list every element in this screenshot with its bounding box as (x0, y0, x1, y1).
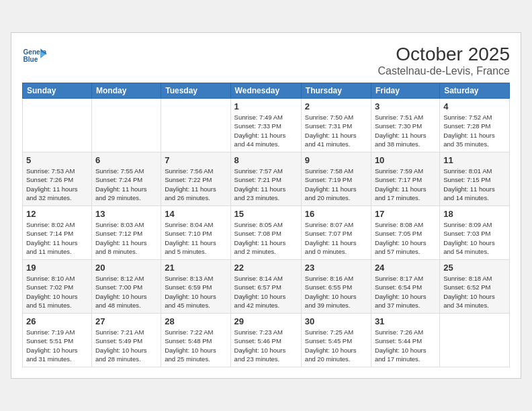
day-number: 30 (305, 316, 367, 326)
cell-info: Sunrise: 7:49 AM Sunset: 7:33 PM Dayligh… (234, 113, 298, 148)
calendar-cell: 21Sunrise: 8:13 AM Sunset: 6:59 PM Dayli… (161, 260, 230, 314)
day-number: 6 (95, 155, 157, 165)
calendar-cell: 27Sunrise: 7:21 AM Sunset: 5:49 PM Dayli… (92, 314, 161, 367)
calendar-cell: 8Sunrise: 7:57 AM Sunset: 7:21 PM Daylig… (230, 152, 301, 206)
day-number: 29 (234, 316, 298, 326)
day-number: 15 (234, 209, 298, 219)
calendar-cell (440, 314, 510, 367)
cell-info: Sunrise: 8:18 AM Sunset: 6:52 PM Dayligh… (443, 274, 506, 310)
calendar-cell: 14Sunrise: 8:04 AM Sunset: 7:10 PM Dayli… (161, 206, 230, 260)
cell-info: Sunrise: 8:17 AM Sunset: 6:54 PM Dayligh… (375, 274, 436, 310)
calendar-cell: 1Sunrise: 7:49 AM Sunset: 7:33 PM Daylig… (230, 99, 301, 152)
calendar-cell: 5Sunrise: 7:53 AM Sunset: 7:26 PM Daylig… (23, 152, 92, 206)
day-number: 3 (375, 101, 436, 111)
calendar-week-row: 19Sunrise: 8:10 AM Sunset: 7:02 PM Dayli… (23, 260, 510, 314)
calendar-cell (23, 99, 92, 152)
calendar-week-row: 12Sunrise: 8:02 AM Sunset: 7:14 PM Dayli… (23, 206, 510, 260)
logo: General Blue (22, 44, 46, 68)
day-number: 26 (26, 316, 88, 326)
calendar-cell (92, 99, 161, 152)
calendar-cell: 4Sunrise: 7:52 AM Sunset: 7:28 PM Daylig… (440, 99, 510, 152)
cell-info: Sunrise: 8:10 AM Sunset: 7:02 PM Dayligh… (26, 274, 88, 310)
cell-info: Sunrise: 7:22 AM Sunset: 5:48 PM Dayligh… (165, 328, 226, 363)
cell-info: Sunrise: 7:55 AM Sunset: 7:24 PM Dayligh… (95, 167, 157, 202)
weekday-header: Tuesday (161, 83, 230, 99)
calendar-cell: 23Sunrise: 8:16 AM Sunset: 6:55 PM Dayli… (301, 260, 371, 314)
cell-info: Sunrise: 8:02 AM Sunset: 7:14 PM Dayligh… (26, 220, 88, 256)
calendar-cell: 25Sunrise: 8:18 AM Sunset: 6:52 PM Dayli… (440, 260, 510, 314)
day-number: 21 (165, 263, 226, 273)
calendar-cell: 11Sunrise: 8:01 AM Sunset: 7:15 PM Dayli… (440, 152, 510, 206)
cell-info: Sunrise: 8:03 AM Sunset: 7:12 PM Dayligh… (95, 220, 157, 256)
cell-info: Sunrise: 7:56 AM Sunset: 7:22 PM Dayligh… (165, 167, 226, 202)
cell-info: Sunrise: 8:07 AM Sunset: 7:07 PM Dayligh… (305, 220, 367, 256)
day-number: 10 (375, 155, 436, 165)
day-number: 27 (95, 316, 157, 326)
day-number: 23 (305, 263, 367, 273)
month-title: October 2025 (378, 44, 510, 65)
calendar-cell: 18Sunrise: 8:09 AM Sunset: 7:03 PM Dayli… (440, 206, 510, 260)
day-number: 28 (165, 316, 226, 326)
calendar-cell: 26Sunrise: 7:19 AM Sunset: 5:51 PM Dayli… (23, 314, 92, 367)
day-number: 12 (26, 209, 88, 219)
day-number: 14 (165, 209, 226, 219)
cell-info: Sunrise: 8:09 AM Sunset: 7:03 PM Dayligh… (443, 220, 506, 256)
calendar-cell: 9Sunrise: 7:58 AM Sunset: 7:19 PM Daylig… (301, 152, 371, 206)
calendar-cell: 29Sunrise: 7:23 AM Sunset: 5:46 PM Dayli… (230, 314, 301, 367)
day-number: 17 (375, 209, 436, 219)
day-number: 8 (234, 155, 298, 165)
cell-info: Sunrise: 7:25 AM Sunset: 5:45 PM Dayligh… (305, 328, 367, 363)
svg-text:Blue: Blue (23, 56, 38, 63)
calendar-cell: 28Sunrise: 7:22 AM Sunset: 5:48 PM Dayli… (161, 314, 230, 367)
header: General Blue October 2025 Castelnau-de-L… (22, 44, 510, 77)
calendar-week-row: 1Sunrise: 7:49 AM Sunset: 7:33 PM Daylig… (23, 99, 510, 152)
calendar-cell: 13Sunrise: 8:03 AM Sunset: 7:12 PM Dayli… (92, 206, 161, 260)
weekday-header: Thursday (301, 83, 371, 99)
calendar-cell: 6Sunrise: 7:55 AM Sunset: 7:24 PM Daylig… (92, 152, 161, 206)
location-title: Castelnau-de-Levis, France (378, 65, 510, 77)
calendar-cell: 3Sunrise: 7:51 AM Sunset: 7:30 PM Daylig… (371, 99, 439, 152)
logo-icon: General Blue (22, 44, 46, 68)
cell-info: Sunrise: 8:05 AM Sunset: 7:08 PM Dayligh… (234, 220, 298, 256)
day-number: 31 (375, 316, 436, 326)
cell-info: Sunrise: 8:12 AM Sunset: 7:00 PM Dayligh… (95, 274, 157, 310)
day-number: 20 (95, 263, 157, 273)
calendar-week-row: 26Sunrise: 7:19 AM Sunset: 5:51 PM Dayli… (23, 314, 510, 367)
day-number: 22 (234, 263, 298, 273)
day-number: 7 (165, 155, 226, 165)
day-number: 13 (95, 209, 157, 219)
day-number: 18 (443, 209, 506, 219)
calendar-body: 1Sunrise: 7:49 AM Sunset: 7:33 PM Daylig… (23, 99, 510, 367)
weekday-header: Sunday (23, 83, 92, 99)
day-number: 5 (26, 155, 88, 165)
cell-info: Sunrise: 8:08 AM Sunset: 7:05 PM Dayligh… (375, 220, 436, 256)
calendar-cell: 2Sunrise: 7:50 AM Sunset: 7:31 PM Daylig… (301, 99, 371, 152)
calendar-cell: 22Sunrise: 8:14 AM Sunset: 6:57 PM Dayli… (230, 260, 301, 314)
title-block: October 2025 Castelnau-de-Levis, France (378, 44, 510, 77)
cell-info: Sunrise: 7:59 AM Sunset: 7:17 PM Dayligh… (375, 167, 436, 202)
calendar-table: SundayMondayTuesdayWednesdayThursdayFrid… (22, 83, 510, 367)
calendar-cell: 16Sunrise: 8:07 AM Sunset: 7:07 PM Dayli… (301, 206, 371, 260)
day-number: 24 (375, 263, 436, 273)
calendar-header: SundayMondayTuesdayWednesdayThursdayFrid… (23, 83, 510, 99)
cell-info: Sunrise: 8:01 AM Sunset: 7:15 PM Dayligh… (443, 167, 506, 202)
cell-info: Sunrise: 8:04 AM Sunset: 7:10 PM Dayligh… (165, 220, 226, 256)
calendar-container: General Blue October 2025 Castelnau-de-L… (11, 32, 521, 379)
cell-info: Sunrise: 7:51 AM Sunset: 7:30 PM Dayligh… (375, 113, 436, 148)
cell-info: Sunrise: 8:13 AM Sunset: 6:59 PM Dayligh… (165, 274, 226, 310)
cell-info: Sunrise: 7:21 AM Sunset: 5:49 PM Dayligh… (95, 328, 157, 363)
day-number: 9 (305, 155, 367, 165)
cell-info: Sunrise: 7:23 AM Sunset: 5:46 PM Dayligh… (234, 328, 298, 363)
calendar-cell: 10Sunrise: 7:59 AM Sunset: 7:17 PM Dayli… (371, 152, 439, 206)
cell-info: Sunrise: 8:14 AM Sunset: 6:57 PM Dayligh… (234, 274, 298, 310)
cell-info: Sunrise: 7:50 AM Sunset: 7:31 PM Dayligh… (305, 113, 367, 148)
calendar-cell (161, 99, 230, 152)
calendar-cell: 12Sunrise: 8:02 AM Sunset: 7:14 PM Dayli… (23, 206, 92, 260)
weekday-header: Monday (92, 83, 161, 99)
cell-info: Sunrise: 7:19 AM Sunset: 5:51 PM Dayligh… (26, 328, 88, 363)
day-number: 25 (443, 263, 506, 273)
weekday-header: Wednesday (230, 83, 301, 99)
day-number: 16 (305, 209, 367, 219)
calendar-week-row: 5Sunrise: 7:53 AM Sunset: 7:26 PM Daylig… (23, 152, 510, 206)
cell-info: Sunrise: 7:57 AM Sunset: 7:21 PM Dayligh… (234, 167, 298, 202)
